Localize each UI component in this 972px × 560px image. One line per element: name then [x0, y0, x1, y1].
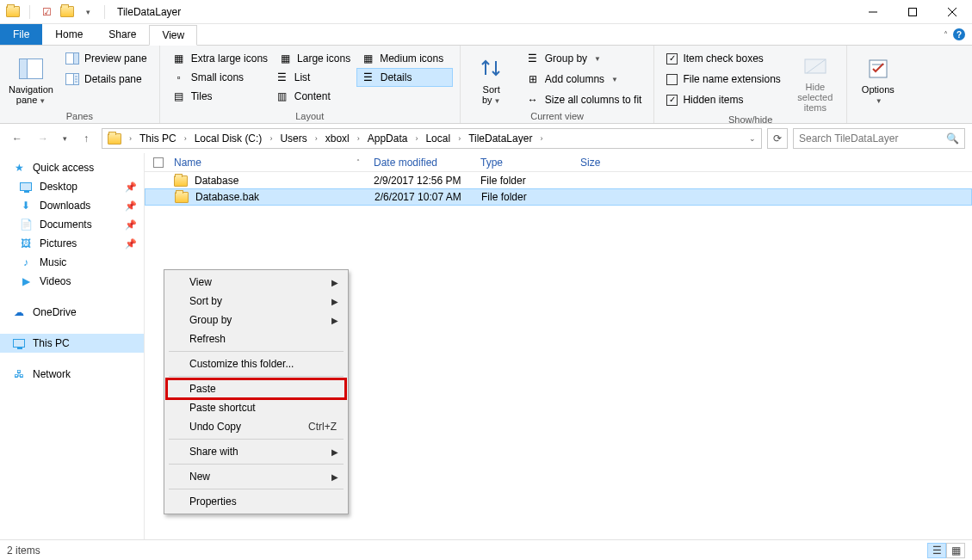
maximize-button[interactable]	[893, 0, 932, 24]
view-details-toggle[interactable]: ☰	[927, 543, 946, 558]
list-icon: ☰	[276, 71, 289, 84]
file-row[interactable]: Database.bak 2/6/2017 10:07 AM File fold…	[145, 188, 972, 206]
nav-downloads[interactable]: ⬇Downloads📌	[0, 196, 144, 215]
layout-tiles[interactable]: ▤Tiles	[167, 87, 270, 106]
filename-ext-toggle[interactable]: File name extensions	[661, 70, 785, 89]
group-by-button[interactable]: ☰Group by▼	[521, 49, 647, 68]
nav-thispc[interactable]: This PC	[0, 334, 144, 353]
app-folder-icon	[5, 4, 21, 20]
checkbox-off-icon	[666, 74, 678, 85]
recent-dropdown[interactable]: ▾	[59, 128, 71, 149]
ctx-new[interactable]: New▶	[167, 467, 345, 486]
ctx-customize[interactable]: Customize this folder...	[167, 354, 345, 373]
nav-row: ← → ▾ ↑ › This PC› Local Disk (C:)› User…	[0, 124, 972, 153]
search-placeholder: Search TileDataLayer	[799, 132, 898, 145]
downloads-icon: ⬇	[19, 199, 33, 212]
qat-properties-icon[interactable]: ☑	[39, 4, 54, 20]
ribbon-group-layout: ▦Extra large icons ▦Large icons ▦Medium …	[160, 46, 461, 123]
minimize-button[interactable]	[853, 0, 893, 24]
ctx-paste-shortcut[interactable]: Paste shortcut	[167, 398, 345, 417]
crumb-local[interactable]: Local	[422, 129, 454, 148]
qat-newfolder-icon[interactable]	[59, 4, 75, 20]
select-all-checkbox[interactable]	[150, 157, 167, 168]
ctx-undo[interactable]: Undo CopyCtrl+Z	[167, 417, 345, 436]
tab-home[interactable]: Home	[42, 24, 96, 45]
file-row[interactable]: Database 2/9/2017 12:56 PM File folder	[145, 172, 972, 189]
hide-selected-button[interactable]: Hide selecteditems	[791, 49, 839, 113]
size-columns-icon: ↔	[526, 93, 540, 107]
ribbon-collapse[interactable]: ˄ ?	[944, 24, 972, 45]
chevron-up-icon: ˄	[944, 30, 948, 40]
nav-network[interactable]: 🖧Network	[0, 365, 144, 384]
tab-view[interactable]: View	[149, 25, 197, 46]
nav-quick-access[interactable]: ★Quick access	[0, 158, 144, 177]
navigation-pane-label: Navigationpane▼	[9, 84, 53, 107]
ribbon-group-panes: Navigationpane▼ Preview pane Details pan…	[0, 46, 160, 123]
item-checkboxes-toggle[interactable]: Item check boxes	[661, 49, 785, 68]
preview-pane-button[interactable]: Preview pane	[60, 49, 152, 68]
help-icon[interactable]: ?	[953, 28, 965, 40]
nav-music[interactable]: ♪Music	[0, 253, 144, 272]
tab-file[interactable]: File	[0, 24, 42, 45]
tiles-icon: ▤	[172, 89, 186, 103]
sm-icons-icon: ▫	[172, 71, 186, 84]
md-icons-icon: ▦	[361, 52, 375, 65]
details-pane-button[interactable]: Details pane	[60, 70, 152, 89]
chevron-right-icon: ▶	[331, 278, 338, 287]
size-columns-button[interactable]: ↔Size all columns to fit	[521, 90, 647, 109]
ctx-sharewith[interactable]: Share with▶	[167, 442, 345, 461]
crumb-thispc[interactable]: This PC	[136, 129, 180, 148]
ctx-sortby[interactable]: Sort by▶	[167, 292, 345, 311]
col-name[interactable]: Name˄	[167, 157, 367, 169]
view-large-toggle[interactable]: ▦	[946, 543, 965, 558]
ctx-view[interactable]: View▶	[167, 273, 345, 292]
crumb-users[interactable]: Users	[276, 129, 310, 148]
col-type[interactable]: Type	[474, 157, 573, 169]
crumb-tiledata[interactable]: TileDataLayer	[465, 129, 536, 148]
layout-lg[interactable]: ▦Large icons	[273, 49, 356, 68]
search-input[interactable]: Search TileDataLayer 🔍	[793, 128, 965, 149]
layout-md[interactable]: ▦Medium icons	[356, 49, 449, 68]
layout-list[interactable]: ☰List	[270, 68, 356, 87]
back-button[interactable]: ←	[7, 128, 28, 149]
refresh-button[interactable]: ⟳	[767, 128, 788, 149]
nav-videos[interactable]: ▶Videos	[0, 272, 144, 291]
layout-xl[interactable]: ▦Extra large icons	[167, 49, 273, 68]
forward-button[interactable]: →	[33, 128, 53, 149]
layout-sm[interactable]: ▫Small icons	[167, 68, 270, 87]
options-button[interactable]: Options▼	[854, 49, 902, 109]
address-bar[interactable]: › This PC› Local Disk (C:)› Users› xboxl…	[102, 128, 762, 149]
layout-content[interactable]: ▥Content	[270, 87, 356, 106]
layout-details[interactable]: ☰Details	[356, 68, 453, 87]
sort-icon	[478, 55, 505, 83]
nav-documents[interactable]: 📄Documents📌	[0, 215, 144, 234]
qat-dropdown-icon[interactable]: ▾	[80, 4, 96, 20]
chevron-right-icon[interactable]: ›	[127, 134, 134, 143]
file-date: 2/6/2017 10:07 AM	[368, 191, 474, 203]
add-columns-button[interactable]: ⊞Add columns▼	[521, 70, 647, 89]
up-button[interactable]: ↑	[76, 128, 96, 149]
status-text: 2 items	[7, 545, 40, 557]
tab-share[interactable]: Share	[96, 24, 149, 45]
ctx-refresh[interactable]: Refresh	[167, 329, 345, 348]
crumb-appdata[interactable]: AppData	[364, 129, 412, 148]
close-button[interactable]	[932, 0, 972, 24]
chevron-right-icon: ▶	[331, 297, 338, 306]
hidden-items-toggle[interactable]: Hidden items	[661, 90, 785, 109]
pin-icon: 📌	[125, 182, 137, 193]
ctx-paste[interactable]: Paste	[167, 379, 345, 398]
sort-by-button[interactable]: Sortby▼	[467, 49, 516, 109]
crumb-user[interactable]: xboxl	[322, 129, 353, 148]
chevron-right-icon: ▶	[331, 472, 338, 482]
nav-desktop[interactable]: Desktop📌	[0, 177, 144, 196]
col-size[interactable]: Size	[573, 157, 642, 169]
crumb-c[interactable]: Local Disk (C:)	[191, 129, 266, 148]
ctx-properties[interactable]: Properties	[167, 492, 345, 511]
col-date[interactable]: Date modified	[367, 157, 474, 169]
nav-pictures[interactable]: 🖼Pictures📌	[0, 234, 144, 253]
nav-onedrive[interactable]: ☁OneDrive	[0, 303, 144, 322]
ctx-groupby[interactable]: Group by▶	[167, 311, 345, 329]
chevron-down-icon[interactable]: ⌄	[749, 134, 756, 143]
navigation-pane-button[interactable]: Navigationpane▼	[7, 49, 55, 109]
address-folder-icon	[104, 129, 125, 148]
